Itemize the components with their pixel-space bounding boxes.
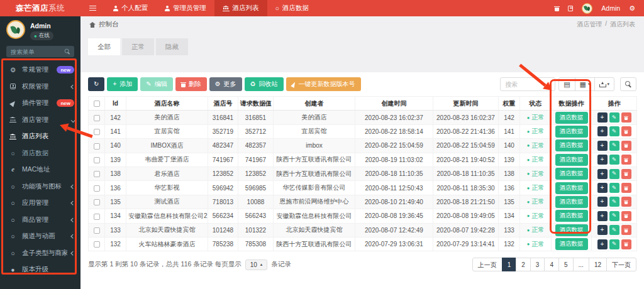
hotel-data-button[interactable]: 酒店数据 [555, 126, 588, 138]
row-add-button[interactable]: + [597, 239, 608, 249]
row-delete-button[interactable] [621, 112, 631, 123]
nav-item-hotel-data[interactable]: ○酒店数据 [267, 0, 317, 16]
sidebar-item[interactable]: ○应用管理 [0, 195, 80, 212]
clear-cache-icon[interactable] [555, 6, 559, 11]
nav-item-admin-manage[interactable]: 管理员管理 [156, 0, 214, 16]
table-search-input[interactable] [500, 77, 555, 91]
row-checkbox[interactable] [94, 214, 100, 220]
export-dropdown-button[interactable]: ▾ [594, 77, 614, 91]
row-delete-button[interactable] [621, 211, 631, 221]
row-add-button[interactable]: + [597, 169, 608, 179]
row-checkbox[interactable] [94, 199, 100, 205]
sidebar-toggle-button[interactable] [80, 0, 104, 16]
prev-page-button[interactable]: 上一页 [472, 258, 502, 271]
search-button[interactable] [620, 77, 636, 91]
nav-item-profile[interactable]: 个人配置 [104, 0, 156, 16]
row-edit-button[interactable]: ✎ [609, 126, 619, 136]
row-add-button[interactable]: + [597, 211, 608, 221]
tab-normal[interactable]: 正常 [122, 38, 154, 55]
sidebar-item[interactable]: ⚙常规管理new [0, 62, 80, 79]
row-edit-button[interactable]: ✎ [609, 239, 619, 249]
row-delete-button[interactable] [621, 239, 631, 249]
page-size-select[interactable]: 10 ▴ [245, 259, 268, 270]
row-edit-button[interactable]: ✎ [609, 225, 619, 235]
row-add-button[interactable]: + [597, 155, 608, 165]
tab-hidden[interactable]: 隐藏 [156, 38, 188, 55]
hotel-data-button[interactable]: 酒店数据 [555, 224, 588, 236]
hotel-data-button[interactable]: 酒店数据 [555, 182, 588, 194]
sidebar-item[interactable]: ○盒子类型与商家号 [0, 245, 80, 262]
recycle-bin-button[interactable]: ♻回收站 [245, 77, 284, 91]
breadcrumb-section[interactable]: 酒店管理 [577, 20, 602, 29]
add-button[interactable]: +添加 [107, 77, 138, 91]
page-button[interactable]: 1 [502, 258, 517, 271]
sidebar-item[interactable]: ○商品管理 [0, 212, 80, 229]
update-version-button[interactable]: 一键更新数据版本号 [286, 77, 361, 91]
edit-button[interactable]: ✎编辑 [140, 77, 172, 91]
hotel-data-button[interactable]: 酒店数据 [555, 238, 588, 250]
sidebar-item[interactable]: ●版本升级 [0, 261, 80, 278]
docs-icon[interactable] [568, 6, 573, 11]
page-button[interactable]: 12 [589, 258, 607, 271]
row-delete-button[interactable] [621, 155, 631, 165]
page-button[interactable]: 2 [516, 258, 531, 271]
page-ellipsis[interactable]: ... [573, 258, 589, 271]
row-add-button[interactable]: + [597, 183, 608, 193]
hotel-data-button[interactable]: 酒店数据 [555, 154, 588, 166]
tab-all[interactable]: 全部 [88, 38, 120, 55]
sidebar-item[interactable]: 酒店管理 [0, 112, 80, 129]
hotel-data-button[interactable]: 酒店数据 [555, 210, 588, 222]
row-checkbox[interactable] [94, 115, 100, 121]
delete-button[interactable]: 删除 [175, 77, 207, 91]
hotel-data-button[interactable]: 酒店数据 [555, 139, 588, 151]
sidebar-item[interactable]: eMAC地址 [0, 161, 80, 178]
row-checkbox[interactable] [94, 241, 100, 248]
row-checkbox[interactable] [94, 171, 100, 177]
row-edit-button[interactable]: ✎ [609, 141, 619, 151]
row-edit-button[interactable]: ✎ [609, 155, 619, 165]
settings-gear-icon[interactable]: ⚙ [629, 4, 635, 13]
sidebar-item[interactable]: ○频道与动画 [0, 228, 80, 245]
refresh-button[interactable]: ↻ [88, 77, 104, 91]
avatar[interactable] [582, 3, 592, 14]
row-add-button[interactable]: + [597, 112, 608, 123]
hotel-data-button[interactable]: 酒店数据 [555, 168, 588, 180]
row-checkbox[interactable] [94, 185, 100, 192]
hotel-data-button[interactable]: 酒店数据 [555, 112, 588, 124]
nav-item-hotel-list[interactable]: 酒店列表 [214, 0, 267, 16]
row-edit-button[interactable]: ✎ [609, 112, 619, 123]
row-checkbox[interactable] [94, 157, 100, 163]
sidebar-item[interactable]: ○功能项与图标 [0, 178, 80, 195]
row-delete-button[interactable] [621, 183, 631, 193]
more-button[interactable]: ⚙更多 [209, 77, 242, 91]
next-page-button[interactable]: 下一页 [606, 258, 636, 271]
row-delete-button[interactable] [621, 126, 631, 136]
row-checkbox[interactable] [94, 227, 100, 234]
row-edit-button[interactable]: ✎ [609, 183, 619, 193]
sidebar-item[interactable]: 酒店列表 [0, 128, 80, 145]
sidebar-item[interactable]: 插件管理new [0, 95, 80, 112]
page-button[interactable]: 5 [558, 258, 574, 271]
page-button[interactable]: 4 [544, 258, 559, 271]
row-edit-button[interactable]: ✎ [609, 169, 619, 179]
sidebar-avatar[interactable] [6, 20, 25, 39]
row-edit-button[interactable]: ✎ [609, 197, 619, 207]
row-add-button[interactable]: + [597, 197, 608, 207]
row-add-button[interactable]: + [597, 126, 608, 136]
hotel-data-button[interactable]: 酒店数据 [555, 196, 588, 208]
row-add-button[interactable]: + [597, 225, 608, 235]
row-delete-button[interactable] [621, 141, 631, 151]
row-add-button[interactable]: + [597, 141, 608, 151]
sidebar-item[interactable]: ○酒店数据 [0, 145, 80, 162]
breadcrumb-home[interactable]: 控制台 [99, 20, 119, 29]
row-edit-button[interactable]: ✎ [609, 211, 619, 221]
row-delete-button[interactable] [621, 197, 631, 207]
columns-dropdown-button[interactable]: ▦▾ [575, 77, 596, 91]
select-all-checkbox[interactable] [94, 101, 100, 107]
sidebar-item[interactable]: 权限管理 [0, 79, 80, 95]
row-delete-button[interactable] [621, 225, 631, 235]
pagination-switch-button[interactable]: ▤ [558, 77, 575, 91]
row-checkbox[interactable] [94, 143, 100, 150]
page-button[interactable]: 3 [530, 258, 545, 271]
row-delete-button[interactable] [621, 169, 631, 179]
